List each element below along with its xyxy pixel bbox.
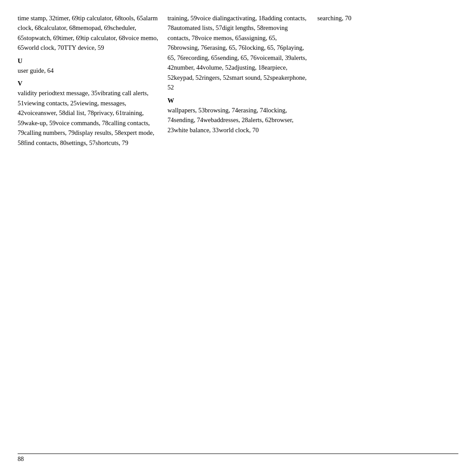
index-column-col1: time stamp, 32timer, 69tip calculator, 6… bbox=[18, 13, 167, 148]
index-sub-term: calling numbers, 79 bbox=[24, 129, 75, 136]
index-column-col2: training, 59voice dialingactivating, 18a… bbox=[167, 13, 317, 148]
columns-wrapper: time stamp, 32timer, 69tip calculator, 6… bbox=[18, 13, 458, 148]
index-main-term: voice memos, 65 bbox=[198, 34, 242, 41]
index-sub-term: memopad, 69 bbox=[75, 24, 110, 31]
index-column-col3: searching, 70 bbox=[317, 13, 458, 148]
index-main-term: web bbox=[203, 116, 214, 123]
index-sub-term: wake-up, 59 bbox=[24, 119, 56, 126]
index-main-term: white balance, 33 bbox=[174, 126, 219, 134]
index-sub-term: timer, 69 bbox=[60, 34, 82, 41]
index-sub-term: privacy, 61 bbox=[94, 109, 122, 116]
index-main-term: world clock, 70 bbox=[219, 126, 259, 134]
index-main-term: wallpapers, 53 bbox=[167, 107, 205, 114]
index-sub-term: browsing, 74 bbox=[205, 107, 238, 114]
index-main-term: tip calculator, 68 bbox=[78, 15, 121, 22]
page-footer: 88 bbox=[18, 454, 458, 463]
index-sub-term: addresses, 28 bbox=[214, 116, 248, 123]
index-sub-term: automated lists, 57 bbox=[174, 24, 222, 31]
index-main-term: voice dialing bbox=[197, 15, 230, 22]
index-sub-term: text message, 35 bbox=[55, 89, 97, 97]
section-letter: U bbox=[18, 57, 159, 65]
index-sub-term: browsing, 76 bbox=[174, 44, 208, 51]
index-sub-term: erasing, 65, 76 bbox=[207, 44, 245, 51]
index-sub-term: stopwatch, 69 bbox=[24, 34, 60, 41]
index-sub-term: sending, 74 bbox=[174, 116, 204, 123]
index-sub-term: answer, 58 bbox=[38, 109, 65, 116]
section-letter: W bbox=[167, 97, 309, 104]
index-sub-term: world clock, 70 bbox=[24, 44, 64, 51]
index-sub-term: number, 44 bbox=[174, 64, 203, 71]
index-main-term: TTY device, 59 bbox=[64, 44, 104, 51]
index-sub-term: training, 59 bbox=[167, 15, 197, 22]
page-container: time stamp, 32timer, 69tip calculator, 6… bbox=[18, 13, 458, 463]
index-main-term: user guide, 64 bbox=[18, 67, 54, 74]
page-number: 88 bbox=[18, 456, 24, 463]
index-main-term: time stamp, 32 bbox=[18, 15, 56, 22]
index-sub-term: digit lengths, 58 bbox=[222, 24, 264, 31]
index-sub-term: dial list, 78 bbox=[65, 109, 94, 116]
index-sub-term: activating, 18 bbox=[230, 15, 265, 22]
index-sub-term: adjusting, 18 bbox=[231, 64, 264, 71]
index-sub-term: smart sound, 52 bbox=[229, 74, 270, 81]
index-sub-term: keypad, 52 bbox=[174, 74, 202, 81]
index-main-term: voice bbox=[24, 109, 38, 116]
index-main-term: searching, 70 bbox=[317, 15, 351, 22]
index-main-term: voice commands, 78 bbox=[56, 119, 108, 126]
index-sub-term: sending, 65, 76 bbox=[218, 54, 257, 61]
footer-content: 88 bbox=[18, 456, 458, 463]
index-sub-term: ringers, 52 bbox=[202, 74, 229, 81]
index-main-term: validity period bbox=[18, 89, 55, 97]
index-main-term: timer, 69 bbox=[56, 15, 78, 22]
index-sub-term: calculator, 68 bbox=[41, 24, 75, 31]
index-main-term: viewing contacts, 25 bbox=[24, 100, 77, 107]
index-main-term: voicemail, 39 bbox=[257, 54, 291, 61]
index-sub-term: shortcuts, 79 bbox=[96, 139, 128, 146]
index-main-term: volume, 52 bbox=[203, 64, 231, 71]
index-sub-term: erasing, 74 bbox=[238, 107, 266, 114]
index-sub-term: find contacts, 80 bbox=[24, 139, 67, 146]
index-sub-term: settings, 57 bbox=[67, 139, 96, 146]
index-sub-term: alerts, 62 bbox=[248, 116, 271, 123]
index-sub-term: recording, 65 bbox=[183, 54, 217, 61]
index-sub-term: locking, 65, 76 bbox=[245, 44, 283, 51]
index-main-term: tools, 65 bbox=[121, 15, 143, 22]
index-sub-term: tip calculator, 68 bbox=[82, 34, 125, 41]
index-sub-term: display results, 58 bbox=[74, 129, 121, 136]
section-letter: V bbox=[18, 80, 159, 87]
